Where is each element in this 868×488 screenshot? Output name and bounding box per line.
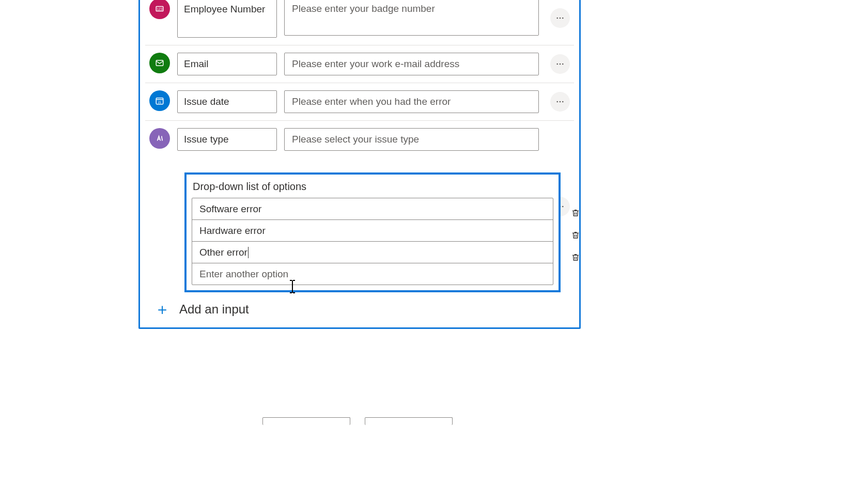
dropdown-options-list: Software error Hardware error Other erro…: [192, 198, 553, 285]
svg-point-12: [560, 101, 561, 103]
input-prompt-field[interactable]: Please enter your badge number: [284, 0, 539, 36]
input-prompt-field[interactable]: Please enter when you had the error: [284, 90, 539, 113]
input-row-email: Email Please enter your work e-mail addr…: [145, 45, 574, 83]
add-input-label: Add an input: [179, 302, 249, 317]
row-more-button[interactable]: [550, 8, 570, 28]
svg-point-6: [556, 64, 558, 65]
svg-text:21: 21: [158, 101, 162, 104]
input-name-field[interactable]: Email: [177, 53, 277, 75]
delete-option-button[interactable]: [571, 224, 580, 246]
input-row-issue-date: 21 Issue date Please enter when you had …: [145, 83, 574, 121]
input-name-field[interactable]: Issue type: [177, 128, 277, 151]
input-name-field[interactable]: Issue date: [177, 90, 277, 113]
step-button[interactable]: [365, 417, 453, 425]
svg-point-8: [562, 64, 564, 65]
plus-icon: ＋: [154, 302, 170, 317]
dropdown-editor-title: Drop-down list of options: [193, 181, 553, 193]
svg-text:123: 123: [157, 7, 163, 11]
input-prompt-field[interactable]: Please select your issue type: [284, 128, 539, 151]
svg-point-11: [556, 101, 558, 103]
svg-point-2: [556, 18, 558, 19]
add-input-button[interactable]: ＋ Add an input: [145, 292, 574, 317]
dropdown-option-input[interactable]: Hardware error: [192, 220, 553, 242]
email-icon: [149, 53, 170, 73]
input-row-issue-type: Issue type Please select your issue type…: [145, 121, 574, 292]
row-more-button[interactable]: [550, 92, 570, 112]
dropdown-new-option-input[interactable]: Enter another option: [192, 263, 553, 285]
dropdown-option-input[interactable]: Other error: [192, 242, 553, 263]
input-prompt-field[interactable]: Please enter your work e-mail address: [284, 53, 539, 75]
input-row-employee-number: 123 Employee Number Please enter your ba…: [145, 0, 574, 45]
step-button[interactable]: [262, 417, 350, 425]
dropdown-option-text: Other error: [199, 247, 247, 258]
delete-option-button[interactable]: [571, 201, 580, 224]
text-caret: [248, 247, 249, 258]
row-more-button[interactable]: [550, 54, 570, 74]
step-action-buttons: [262, 417, 453, 425]
delete-option-button[interactable]: [571, 246, 580, 268]
dropdown-options-editor: Drop-down list of options Software error…: [184, 172, 561, 292]
svg-point-3: [560, 18, 561, 19]
number-icon: 123: [149, 0, 170, 19]
svg-point-13: [562, 101, 564, 103]
text-icon: [149, 128, 170, 149]
dropdown-option-input[interactable]: Software error: [192, 198, 553, 220]
trigger-inputs-card: 123 Employee Number Please enter your ba…: [138, 0, 581, 329]
date-icon: 21: [149, 90, 170, 111]
svg-point-16: [562, 206, 564, 208]
svg-point-7: [560, 64, 561, 65]
dropdown-option-delete-column: [571, 201, 580, 268]
svg-point-4: [562, 18, 564, 19]
input-name-field[interactable]: Employee Number: [177, 0, 277, 38]
